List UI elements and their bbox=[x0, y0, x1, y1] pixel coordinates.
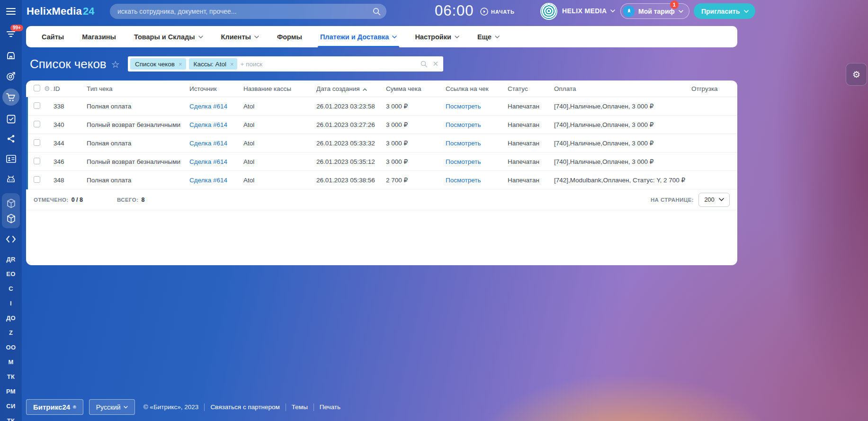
chip-remove-icon[interactable]: × bbox=[179, 61, 182, 68]
sidebar-item-shortcut[interactable]: Z bbox=[0, 325, 22, 340]
column-header-link[interactable]: Ссылка на чек bbox=[446, 85, 508, 92]
view-receipt-link[interactable]: Посмотреть bbox=[446, 103, 481, 110]
tab-settings[interactable]: Настройки bbox=[406, 26, 468, 47]
tab-stores[interactable]: Магазины bbox=[73, 26, 125, 47]
table-row[interactable]: 348 Полная оплата Сделка #614 Atol 26.01… bbox=[26, 171, 737, 189]
column-header-id[interactable]: ID bbox=[54, 85, 87, 92]
catalog-group bbox=[2, 193, 20, 228]
table-row[interactable]: 340 Полный возврат безналичными Сделка #… bbox=[26, 116, 737, 134]
network-icon[interactable] bbox=[0, 132, 22, 146]
search-icon[interactable] bbox=[421, 61, 428, 68]
page-settings-button[interactable]: ⚙ bbox=[846, 63, 867, 86]
filter-bar[interactable]: Список чеков× Кассы: Atol× + поиск ✕ bbox=[128, 56, 443, 72]
sidebar-item-shortcut[interactable]: ТК bbox=[0, 369, 22, 384]
tab-clients[interactable]: Клиенты bbox=[212, 26, 268, 47]
sidebar-item-shortcut[interactable]: С bbox=[0, 281, 22, 296]
cell-created: 26.01.2023 05:35:12 bbox=[316, 158, 386, 165]
deal-link[interactable]: Сделка #614 bbox=[189, 158, 227, 165]
divider bbox=[313, 403, 314, 411]
sidebar-item-shortcut[interactable]: СИ bbox=[0, 399, 22, 413]
sidebar-item-shortcut[interactable]: I bbox=[0, 296, 22, 311]
catalog-cube-icon[interactable] bbox=[0, 196, 22, 210]
view-receipt-link[interactable]: Посмотреть bbox=[446, 140, 481, 147]
account-menu[interactable]: HELIX MEDIA bbox=[562, 7, 615, 15]
tab-payments-delivery[interactable]: Платежи и Доставка bbox=[311, 26, 406, 47]
cell-status: Напечатан bbox=[508, 140, 554, 147]
sidebar-item-shortcut[interactable]: ДR bbox=[0, 252, 22, 267]
chevron-down-icon bbox=[719, 198, 724, 201]
filter-chip[interactable]: Кассы: Atol× bbox=[189, 58, 238, 70]
sidebar-item-shortcut[interactable]: ДО bbox=[0, 311, 22, 325]
workday-start-button[interactable]: НАЧАТЬ bbox=[480, 8, 515, 16]
chevron-down-icon bbox=[679, 10, 683, 13]
feed-icon[interactable]: 99+ bbox=[0, 27, 22, 42]
table-row[interactable]: 338 Полная оплата Сделка #614 Atol 26.01… bbox=[26, 97, 737, 116]
tab-goods-warehouses[interactable]: Товары и Склады bbox=[125, 26, 212, 47]
view-receipt-link[interactable]: Посмотреть bbox=[446, 121, 481, 128]
hamburger-menu-icon[interactable] bbox=[6, 8, 16, 17]
table-row[interactable]: 344 Полная оплата Сделка #614 Atol 26.01… bbox=[26, 134, 737, 152]
automation-robot-icon[interactable] bbox=[0, 171, 22, 186]
column-header-shipment[interactable]: Отгрузка bbox=[691, 85, 730, 92]
marketing-target-icon[interactable] bbox=[0, 69, 22, 83]
grid-settings-gear-icon[interactable]: ⚙ bbox=[44, 85, 54, 92]
column-header-created[interactable]: Дата создания bbox=[316, 85, 386, 92]
app-logo[interactable]: HelixMedia24 bbox=[27, 5, 95, 18]
row-checkbox[interactable] bbox=[34, 139, 40, 146]
view-receipt-link[interactable]: Посмотреть bbox=[446, 177, 481, 184]
view-receipt-link[interactable]: Посмотреть bbox=[446, 158, 481, 165]
sidebar-item-shortcut[interactable]: ЕО bbox=[0, 267, 22, 281]
column-header-sum[interactable]: Сумма чека bbox=[386, 85, 446, 92]
row-checkbox[interactable] bbox=[34, 158, 40, 164]
column-header-status[interactable]: Статус bbox=[508, 85, 554, 92]
shop-cart-icon[interactable] bbox=[0, 90, 22, 104]
tasks-icon[interactable] bbox=[0, 112, 22, 126]
column-header-kassa[interactable]: Название кассы bbox=[243, 85, 316, 92]
deal-link[interactable]: Сделка #614 bbox=[189, 140, 227, 147]
chevron-down-icon bbox=[610, 9, 615, 12]
tariff-button[interactable]: Мой тариф 1 bbox=[620, 3, 689, 19]
partner-link[interactable]: Связаться с партнером bbox=[210, 403, 279, 411]
crm-card-icon[interactable] bbox=[0, 152, 22, 166]
sidebar-item-shortcut[interactable]: ОО bbox=[0, 340, 22, 355]
select-all-checkbox[interactable] bbox=[34, 85, 40, 91]
row-checkbox[interactable] bbox=[34, 121, 40, 127]
per-page-select[interactable]: 200 bbox=[698, 193, 730, 207]
tab-sites[interactable]: Сайты bbox=[33, 26, 73, 47]
table-row[interactable]: 346 Полный возврат безналичными Сделка #… bbox=[26, 152, 737, 171]
tab-more[interactable]: Еще bbox=[468, 26, 509, 47]
avatar[interactable] bbox=[540, 3, 557, 20]
filter-chip[interactable]: Список чеков× bbox=[130, 58, 186, 70]
sidebar-item-shortcut[interactable]: ТК bbox=[0, 413, 22, 421]
themes-link[interactable]: Темы bbox=[292, 403, 308, 411]
developer-code-icon[interactable] bbox=[0, 232, 22, 246]
deal-link[interactable]: Сделка #614 bbox=[189, 103, 227, 110]
invite-button[interactable]: Пригласить bbox=[694, 3, 755, 19]
chip-remove-icon[interactable]: × bbox=[230, 61, 234, 68]
copyright: © «Битрикс», 2023 bbox=[143, 403, 199, 411]
print-link[interactable]: Печать bbox=[320, 403, 340, 411]
bitrix24-button[interactable]: Битрикс24® bbox=[26, 399, 83, 415]
cell-status: Напечатан bbox=[508, 158, 554, 165]
chevron-down-icon bbox=[124, 406, 128, 409]
clear-filter-icon[interactable]: ✕ bbox=[432, 60, 438, 68]
global-search-input[interactable]: искать сотрудника, документ, прочее... bbox=[110, 4, 386, 19]
left-sidebar: 99+ bbox=[0, 0, 22, 421]
deal-link[interactable]: Сделка #614 bbox=[189, 121, 227, 128]
store-icon[interactable] bbox=[0, 48, 22, 63]
favorite-star-icon[interactable]: ☆ bbox=[111, 59, 120, 70]
deal-link[interactable]: Сделка #614 bbox=[189, 177, 227, 184]
workday-clock[interactable]: 06:00 bbox=[435, 2, 474, 19]
sidebar-item-shortcut[interactable]: М bbox=[0, 355, 22, 369]
warehouse-cube-icon[interactable] bbox=[0, 211, 22, 225]
cell-status: Напечатан bbox=[508, 121, 554, 128]
row-checkbox[interactable] bbox=[34, 176, 40, 183]
column-header-type[interactable]: Тип чека bbox=[87, 85, 189, 92]
sidebar-item-shortcut[interactable]: РМ bbox=[0, 384, 22, 399]
column-header-source[interactable]: Источник bbox=[189, 85, 243, 92]
language-select[interactable]: Русский bbox=[89, 399, 135, 415]
row-checkbox[interactable] bbox=[34, 102, 40, 109]
column-header-payment[interactable]: Оплата bbox=[554, 85, 691, 92]
tab-forms[interactable]: Формы bbox=[268, 26, 311, 47]
cell-type: Полная оплата bbox=[87, 140, 189, 147]
